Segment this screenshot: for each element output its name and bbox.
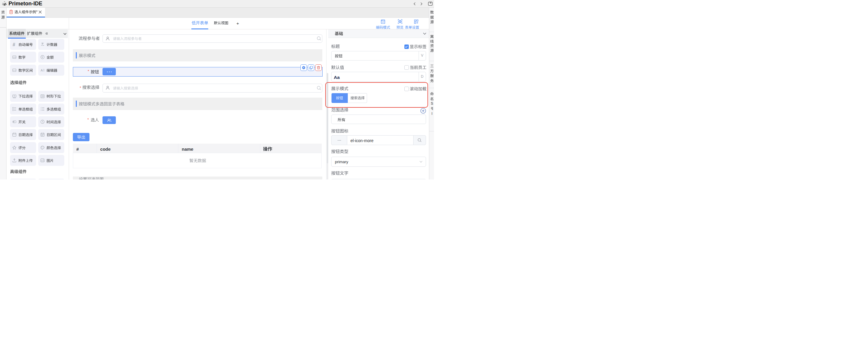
svg-text:1~3: 1~3: [13, 70, 16, 71]
svg-text:#: #: [12, 43, 15, 46]
svg-text:A: A: [40, 68, 43, 72]
svg-text:123: 123: [13, 57, 16, 58]
svg-text:¥: ¥: [41, 56, 43, 59]
